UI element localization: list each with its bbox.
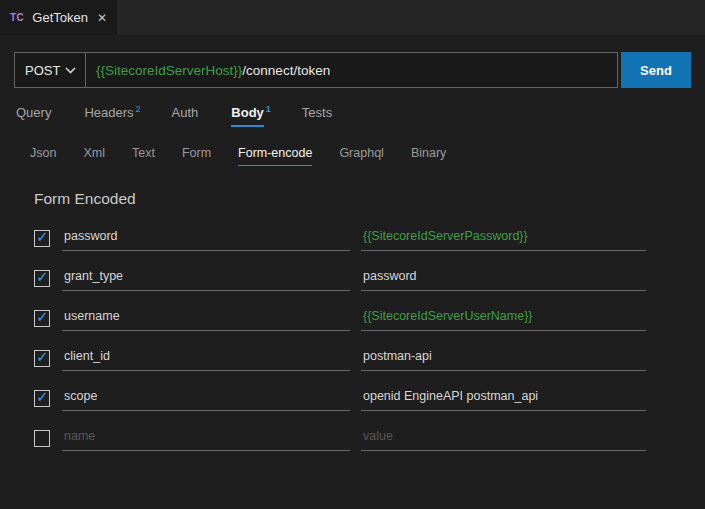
row-checkbox[interactable] xyxy=(34,310,50,327)
body-tab-binary[interactable]: Binary xyxy=(411,146,446,166)
thunder-client-icon: TC xyxy=(10,12,24,23)
tab-tests[interactable]: Tests xyxy=(302,104,334,127)
close-icon[interactable]: ✕ xyxy=(97,11,107,25)
request-toolbar: POST {{SitecoreIdServerHost}}/connect/to… xyxy=(14,52,691,88)
row-checkbox[interactable] xyxy=(34,390,50,407)
method-label: POST xyxy=(25,63,60,78)
method-select[interactable]: POST xyxy=(14,52,86,88)
tab-query[interactable]: Query xyxy=(16,104,53,127)
row-checkbox[interactable] xyxy=(34,270,50,287)
body-type-tabs: Json Xml Text Form Form-encode Graphql B… xyxy=(30,146,705,176)
value-input[interactable] xyxy=(361,225,646,251)
value-input[interactable] xyxy=(361,265,646,291)
row-checkbox[interactable] xyxy=(34,430,50,447)
key-input[interactable] xyxy=(62,265,350,291)
send-button[interactable]: Send xyxy=(621,52,691,88)
form-row xyxy=(34,338,679,378)
value-input[interactable] xyxy=(361,345,646,371)
form-row xyxy=(34,378,679,418)
value-input[interactable] xyxy=(361,425,646,451)
form-encoded-section: Form Encoded xyxy=(0,176,705,458)
body-tab-form[interactable]: Form xyxy=(182,146,211,166)
row-checkbox[interactable] xyxy=(34,350,50,367)
key-input[interactable] xyxy=(62,385,350,411)
form-encoded-heading: Form Encoded xyxy=(34,190,679,208)
row-checkbox[interactable] xyxy=(34,230,50,247)
editor-tab-bar: TC GetToken ✕ xyxy=(0,0,705,35)
form-row xyxy=(34,418,679,458)
key-input[interactable] xyxy=(62,305,350,331)
tab-body[interactable]: Body1 xyxy=(231,104,271,127)
key-input[interactable] xyxy=(62,225,350,251)
chevron-down-icon xyxy=(65,67,76,74)
tab-auth[interactable]: Auth xyxy=(172,104,201,127)
key-input[interactable] xyxy=(62,345,350,371)
url-path: /connect/token xyxy=(242,63,330,78)
url-variable: {{SitecoreIdServerHost}} xyxy=(96,63,242,78)
value-input[interactable] xyxy=(361,385,646,411)
body-tab-graphql[interactable]: Graphql xyxy=(339,146,383,166)
form-row xyxy=(34,258,679,298)
body-tab-json[interactable]: Json xyxy=(30,146,56,166)
tab-title: GetToken xyxy=(32,10,88,25)
thunder-client-window: TC GetToken ✕ POST {{SitecoreIdServerHos… xyxy=(0,0,705,509)
editor-tab-gettoken[interactable]: TC GetToken ✕ xyxy=(0,0,117,35)
form-row xyxy=(34,298,679,338)
body-tab-form-encode[interactable]: Form-encode xyxy=(238,146,312,166)
body-tab-text[interactable]: Text xyxy=(132,146,155,166)
body-badge: 1 xyxy=(266,104,271,114)
url-input[interactable]: {{SitecoreIdServerHost}}/connect/token xyxy=(86,52,618,88)
tab-headers[interactable]: Headers2 xyxy=(84,104,140,127)
body-tab-xml[interactable]: Xml xyxy=(83,146,105,166)
headers-badge: 2 xyxy=(136,104,141,114)
form-row xyxy=(34,218,679,258)
key-input[interactable] xyxy=(62,425,350,451)
value-input[interactable] xyxy=(361,305,646,331)
request-tabs: Query Headers2 Auth Body1 Tests xyxy=(16,104,705,139)
